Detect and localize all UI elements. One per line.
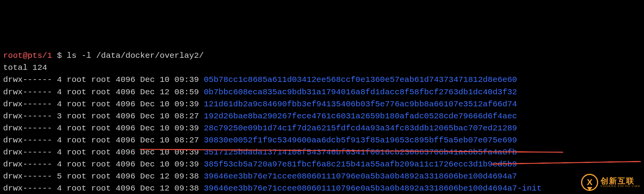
directory-name: 28c79250e09b1d74c1f7d2a6215fdfcd4a93a34f…	[204, 124, 517, 133]
directory-name: 05b78cc1c8685a611d03412ee568ccf0e1360e57…	[204, 75, 517, 84]
file-meta: drwx------ 4 root root 4096 Dec 10 09:39	[3, 75, 204, 84]
directory-name: 30830e0052f1f9c5349600aa6dcb5f913f85a196…	[204, 136, 517, 145]
directory-name: 39646ee3bb76e71ccee080601110796e0a5b3a0b…	[204, 172, 517, 181]
directory-name: 192d26bae8ba290267fece4761c6031a2659b180…	[204, 112, 517, 121]
listing-row: drwx------ 4 root root 4096 Dec 10 09:39…	[3, 122, 641, 134]
listing-row: drwx------ 4 root root 4096 Dec 12 09:38…	[3, 182, 641, 194]
listing-row: drwx------ 3 root root 4096 Dec 10 08:27…	[3, 110, 641, 122]
listing-row: drwx------ 4 root root 4096 Dec 10 08:27…	[3, 134, 641, 146]
prompt-separator: $	[52, 51, 67, 60]
watermark-text-cn: 创新互联	[600, 177, 640, 185]
directory-name: 39646ee3bb76e71ccee080601110796e0a5b3a0b…	[204, 184, 542, 193]
file-meta: drwx------ 4 root root 4096 Dec 12 08:59	[3, 88, 204, 97]
watermark-text-en: CHUANG XIN HU LIAN	[600, 185, 640, 188]
listing-row: drwx------ 4 root root 4096 Dec 12 08:59…	[3, 86, 641, 98]
watermark-circle-icon: X	[581, 174, 598, 191]
prompt-user-host: root@pts/1	[3, 51, 52, 60]
file-meta: drwx------ 4 root root 4096 Dec 10 09:39	[3, 160, 204, 169]
terminal-output: root@pts/1 $ ls -l /data/docker/overlay2…	[3, 50, 641, 194]
watermark-logo: X 创新互联 CHUANG XIN HU LIAN	[581, 174, 640, 191]
listing-row: drwx------ 4 root root 4096 Dec 10 09:39…	[3, 74, 641, 86]
file-meta: drwx------ 4 root root 4096 Dec 12 09:38	[3, 184, 204, 193]
directory-name: 121d61db2a9c84690fbb3ef94135406b03f5e776…	[204, 100, 517, 109]
directory-name: 0b7bbc608eca835ac9bdb31a1794016a8fd1dacc…	[204, 88, 517, 97]
prompt-line: root@pts/1 $ ls -l /data/docker/overlay2…	[3, 50, 641, 62]
watermark-triangle-icon	[587, 187, 592, 191]
directory-name: 385f53cb5a720a97e81fbcf6a8c215b41a55aafb…	[204, 160, 517, 169]
command-text: ls -l /data/docker/overlay2/	[67, 51, 204, 60]
file-meta: drwx------ 4 root root 4096 Dec 10 08:27	[3, 136, 204, 145]
listing-row: drwx------ 5 root root 4096 Dec 12 09:38…	[3, 170, 641, 182]
file-meta: drwx------ 3 root root 4096 Dec 10 08:27	[3, 112, 204, 121]
file-meta: drwx------ 4 root root 4096 Dec 10 09:39	[3, 100, 204, 109]
file-meta: drwx------ 4 root root 4096 Dec 10 09:39	[3, 124, 204, 133]
total-line: total 124	[3, 62, 641, 74]
file-meta: drwx------ 5 root root 4096 Dec 12 09:38	[3, 172, 204, 181]
listing-row: drwx------ 4 root root 4096 Dec 10 09:39…	[3, 98, 641, 110]
